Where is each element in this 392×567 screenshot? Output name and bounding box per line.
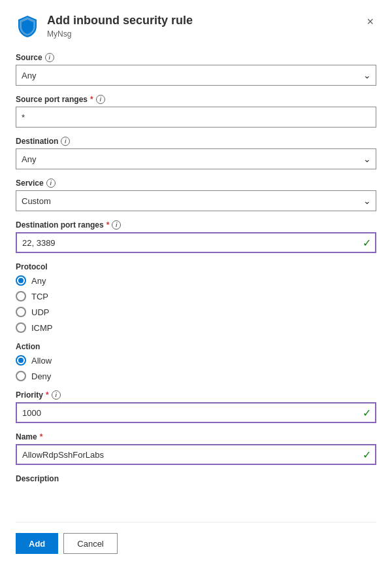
name-input-wrapper: ✓ [16,444,376,465]
priority-section: Priority * i ✓ [16,390,376,423]
priority-input-wrapper: ✓ [16,402,376,423]
protocol-udp-item[interactable]: UDP [16,307,376,317]
protocol-label: Protocol [16,262,376,271]
description-section: Description [16,474,376,486]
name-label: Name * [16,432,376,441]
name-check-icon: ✓ [363,449,371,461]
footer-buttons: Add Cancel [16,522,376,554]
action-radio-group: Allow Deny [16,355,376,381]
source-port-info-icon[interactable]: i [96,95,105,104]
dest-port-input[interactable] [16,232,376,253]
add-button[interactable]: Add [16,533,58,554]
source-section: Source i Any IP Addresses Service Tag Ap… [16,53,376,86]
dest-port-input-wrapper: ✓ [16,232,376,253]
action-label: Action [16,342,376,351]
action-deny-radio [16,371,26,381]
destination-select-wrapper: Any IP Addresses Service Tag Application… [16,148,376,169]
protocol-udp-radio [16,307,26,317]
destination-select[interactable]: Any IP Addresses Service Tag Application… [16,148,376,169]
cancel-button[interactable]: Cancel [63,533,117,554]
protocol-tcp-label: TCP [31,292,48,301]
protocol-tcp-radio [16,291,26,301]
priority-check-icon: ✓ [363,407,371,419]
destination-label: Destination i [16,137,376,146]
protocol-any-label: Any [31,276,46,286]
protocol-icmp-radio [16,322,26,333]
name-required: * [40,432,43,441]
protocol-icmp-item[interactable]: ICMP [16,322,376,333]
panel-title: Add inbound security rule [47,13,193,28]
destination-info-icon[interactable]: i [61,137,70,146]
source-info-icon[interactable]: i [45,53,54,62]
shield-icon [16,14,39,38]
destination-section: Destination i Any IP Addresses Service T… [16,137,376,169]
service-info-icon[interactable]: i [46,179,56,188]
priority-required: * [46,390,49,400]
protocol-section: Protocol Any TCP UDP ICMP [16,262,376,333]
dest-port-check-icon: ✓ [363,237,371,249]
service-select[interactable]: Custom HTTP HTTPS SSH RDP [16,190,376,211]
name-section: Name * ✓ [16,432,376,465]
description-label: Description [16,474,376,483]
action-deny-label: Deny [31,371,51,381]
protocol-udp-label: UDP [31,307,49,317]
action-section: Action Allow Deny [16,342,376,381]
service-label: Service i [16,179,376,188]
source-port-required: * [90,95,93,104]
protocol-any-item[interactable]: Any [16,275,376,286]
title-text: Add inbound security rule MyNsg [47,13,193,39]
add-inbound-rule-panel: Add inbound security rule MyNsg × Source… [0,0,392,567]
protocol-radio-group: Any TCP UDP ICMP [16,275,376,333]
protocol-any-radio [16,275,26,286]
dest-port-required: * [106,220,110,230]
protocol-icmp-label: ICMP [31,323,53,333]
panel-subtitle: MyNsg [47,29,193,39]
source-port-ranges-section: Source port ranges * i [16,95,376,128]
title-group: Add inbound security rule MyNsg [16,13,193,39]
action-deny-item[interactable]: Deny [16,371,376,381]
panel-header: Add inbound security rule MyNsg × [16,13,376,39]
source-port-label: Source port ranges * i [16,95,376,104]
protocol-tcp-item[interactable]: TCP [16,291,376,301]
action-allow-label: Allow [31,356,52,366]
dest-port-section: Destination port ranges * i ✓ [16,220,376,253]
close-button[interactable]: × [364,13,376,30]
priority-info-icon[interactable]: i [52,390,61,400]
name-input[interactable] [16,444,376,465]
priority-label: Priority * i [16,390,376,400]
source-select[interactable]: Any IP Addresses Service Tag Application… [16,65,376,86]
source-port-input-wrapper [16,107,376,128]
action-allow-item[interactable]: Allow [16,355,376,366]
source-label: Source i [16,53,376,62]
dest-port-info-icon[interactable]: i [112,220,121,230]
source-select-wrapper: Any IP Addresses Service Tag Application… [16,65,376,86]
action-allow-radio [16,355,26,366]
source-port-input[interactable] [16,107,376,128]
priority-input[interactable] [16,402,376,423]
service-select-wrapper: Custom HTTP HTTPS SSH RDP ⌄ [16,190,376,211]
service-section: Service i Custom HTTP HTTPS SSH RDP ⌄ [16,179,376,211]
dest-port-label: Destination port ranges * i [16,220,376,230]
